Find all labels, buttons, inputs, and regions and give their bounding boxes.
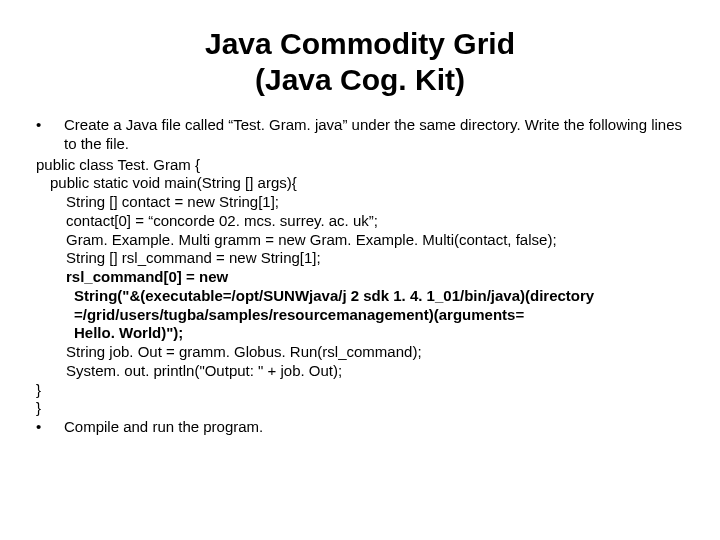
bullet-compile: Compile and run the program. [26, 418, 694, 437]
title-line-1: Java Commodity Grid [26, 26, 694, 62]
code-line-contact-assign: contact[0] = “concorde 02. mcs. surrey. … [26, 212, 694, 231]
code-line-main: public static void main(String [] args){ [26, 174, 694, 193]
code-line-rsl-decl: String [] rsl_command = new String[1]; [26, 249, 694, 268]
title-line-2: (Java Cog. Kit) [26, 62, 694, 98]
code-line-contact-decl: String [] contact = new String[1]; [26, 193, 694, 212]
code-line-rsl-assign-2: String("&(executable=/opt/SUNWjava/j 2 s… [26, 287, 694, 306]
code-line-class: public class Test. Gram { [26, 156, 694, 175]
code-line-close2: } [26, 399, 694, 418]
bullet-create-file: Create a Java file called “Test. Gram. j… [26, 116, 694, 154]
bullet-create-file-text: Create a Java file called “Test. Gram. j… [64, 116, 682, 152]
bullet-compile-text: Compile and run the program. [64, 418, 263, 435]
slide: Java Commodity Grid (Java Cog. Kit) Crea… [0, 0, 720, 540]
code-line-jobout: String job. Out = gramm. Globus. Run(rsl… [26, 343, 694, 362]
slide-title: Java Commodity Grid (Java Cog. Kit) [26, 26, 694, 98]
code-line-rsl-assign-4: Hello. World)"); [26, 324, 694, 343]
code-line-close1: } [26, 381, 694, 400]
code-line-println: System. out. println("Output: " + job. O… [26, 362, 694, 381]
slide-body: Create a Java file called “Test. Gram. j… [26, 116, 694, 437]
code-line-rsl-assign-1: rsl_command[0] = new [26, 268, 694, 287]
code-line-gramm-decl: Gram. Example. Multi gramm = new Gram. E… [26, 231, 694, 250]
code-line-rsl-assign-3: =/grid/users/tugba/samples/resourcemanag… [26, 306, 694, 325]
